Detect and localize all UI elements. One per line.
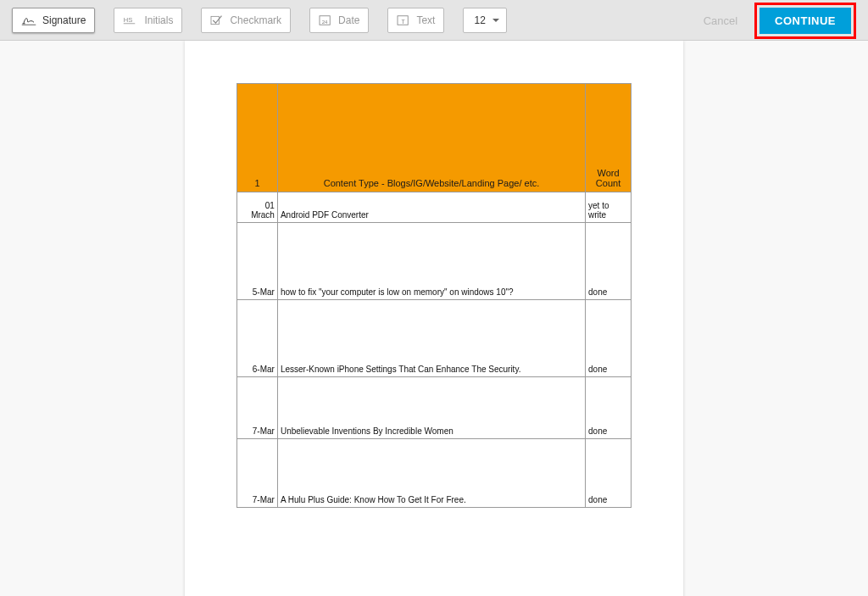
cell-status: done bbox=[586, 300, 632, 377]
cell-date: 5-Mar bbox=[237, 223, 278, 300]
content-table: 1 Content Type - Blogs/IG/Website/Landin… bbox=[236, 83, 632, 508]
table-row: 6-Mar Lesser-Known iPhone Settings That … bbox=[237, 300, 632, 377]
cell-content: Unbelievable Inventions By Incredible Wo… bbox=[277, 377, 585, 439]
cell-status: done bbox=[586, 439, 632, 508]
checkmark-icon bbox=[210, 14, 224, 26]
cell-status: done bbox=[586, 377, 632, 439]
table-row: 01 Mrach Android PDF Converter yet to wr… bbox=[237, 192, 632, 223]
continue-button[interactable]: CONTINUE bbox=[760, 8, 851, 34]
text-tool-label: Text bbox=[416, 14, 435, 26]
document-workspace[interactable]: 1 Content Type - Blogs/IG/Website/Landin… bbox=[0, 41, 868, 596]
checkmark-tool-label: Checkmark bbox=[230, 14, 281, 26]
cancel-button[interactable]: Cancel bbox=[704, 14, 737, 27]
cell-date: 7-Mar bbox=[237, 377, 278, 439]
checkmark-tool-button[interactable]: Checkmark bbox=[201, 8, 291, 33]
svg-text:HS: HS bbox=[124, 16, 132, 24]
cell-date: 7-Mar bbox=[237, 439, 278, 508]
toolbar-right-actions: Cancel CONTINUE bbox=[704, 0, 856, 41]
signature-icon bbox=[21, 14, 36, 26]
signature-tool-button[interactable]: Signature bbox=[12, 8, 95, 33]
initials-icon: HS bbox=[123, 14, 138, 26]
date-icon: 24 bbox=[319, 14, 332, 26]
cell-content: Android PDF Converter bbox=[277, 192, 585, 223]
date-tool-button[interactable]: 24 Date bbox=[309, 8, 369, 33]
initials-tool-label: Initials bbox=[144, 14, 173, 26]
continue-highlight: CONTINUE bbox=[754, 3, 856, 39]
table-header-index: 1 bbox=[237, 84, 278, 192]
initials-tool-button[interactable]: HS Initials bbox=[114, 8, 182, 33]
signature-tool-label: Signature bbox=[42, 14, 86, 26]
cell-date: 01 Mrach bbox=[237, 192, 278, 223]
text-tool-button[interactable]: T Text bbox=[387, 8, 444, 33]
text-icon: T bbox=[397, 14, 410, 26]
table-row: 7-Mar A Hulu Plus Guide: Know How To Get… bbox=[237, 439, 632, 508]
svg-text:T: T bbox=[402, 18, 406, 24]
table-header-wordcount: Word Count bbox=[586, 84, 632, 192]
table-row: 7-Mar Unbelievable Inventions By Incredi… bbox=[237, 377, 632, 439]
svg-text:24: 24 bbox=[322, 18, 328, 24]
cell-content: how to fix "your computer is low on memo… bbox=[277, 223, 585, 300]
cell-status: done bbox=[586, 223, 632, 300]
cell-status: yet to write bbox=[586, 192, 632, 223]
table-header-content: Content Type - Blogs/IG/Website/Landing … bbox=[277, 84, 585, 192]
document-page: 1 Content Type - Blogs/IG/Website/Landin… bbox=[185, 41, 683, 596]
cell-content: Lesser-Known iPhone Settings That Can En… bbox=[277, 300, 585, 377]
cell-content: A Hulu Plus Guide: Know How To Get It Fo… bbox=[277, 439, 585, 508]
font-size-select[interactable]: 12 bbox=[463, 8, 506, 33]
chevron-down-icon bbox=[492, 19, 499, 22]
toolbar: Signature HS Initials Checkmark 24 Date … bbox=[0, 0, 868, 41]
table-row: 5-Mar how to fix "your computer is low o… bbox=[237, 223, 632, 300]
date-tool-label: Date bbox=[338, 14, 359, 26]
font-size-value: 12 bbox=[474, 14, 485, 26]
cell-date: 6-Mar bbox=[237, 300, 278, 377]
